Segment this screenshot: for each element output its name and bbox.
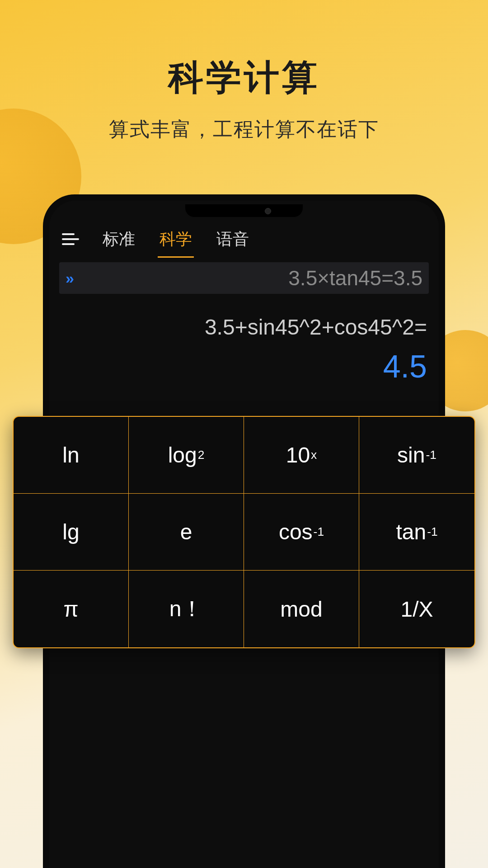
sci-key-log2[interactable]: log2 bbox=[129, 417, 244, 494]
phone-notch bbox=[185, 204, 303, 217]
tab-voice[interactable]: 语音 bbox=[215, 226, 251, 253]
sci-key-pi[interactable]: π bbox=[14, 571, 129, 647]
tab-scientific[interactable]: 科学 bbox=[158, 226, 194, 253]
sci-key-ln[interactable]: ln bbox=[14, 417, 129, 494]
promo-header: 科学计算 算式丰富，工程计算不在话下 bbox=[0, 0, 488, 143]
page-title: 科学计算 bbox=[0, 54, 488, 102]
tab-standard[interactable]: 标准 bbox=[101, 226, 137, 253]
sci-key-tan-1[interactable]: tan-1 bbox=[359, 494, 474, 571]
history-expression: 3.5×tan45=3.5 bbox=[80, 266, 422, 290]
sci-key-e[interactable]: e bbox=[129, 494, 244, 571]
scientific-fn-panel: lnlog210xsin-1lgecos-1tan-1πn！mod1/X bbox=[13, 416, 475, 648]
display-area: » 3.5×tan45=3.5 3.5+sin45^2+cos45^2= 4.5 bbox=[49, 256, 439, 388]
result-display: 4.5 bbox=[59, 349, 429, 385]
sci-key-10^x[interactable]: 10x bbox=[244, 417, 359, 494]
mode-tabs: 标准 科学 语音 bbox=[49, 222, 439, 256]
history-chevron-icon: » bbox=[66, 269, 71, 287]
current-expression: 3.5+sin45^2+cos45^2= bbox=[59, 312, 429, 342]
sci-key-mod[interactable]: mod bbox=[244, 571, 359, 647]
sci-key-cos-1[interactable]: cos-1 bbox=[244, 494, 359, 571]
sci-key-n![interactable]: n！ bbox=[129, 571, 244, 647]
sci-key-1/x[interactable]: 1/X bbox=[359, 571, 474, 647]
sci-key-sin-1[interactable]: sin-1 bbox=[359, 417, 474, 494]
history-line[interactable]: » 3.5×tan45=3.5 bbox=[59, 262, 429, 294]
sci-key-lg[interactable]: lg bbox=[14, 494, 129, 571]
menu-icon[interactable] bbox=[62, 233, 80, 245]
page-subtitle: 算式丰富，工程计算不在话下 bbox=[0, 116, 488, 143]
